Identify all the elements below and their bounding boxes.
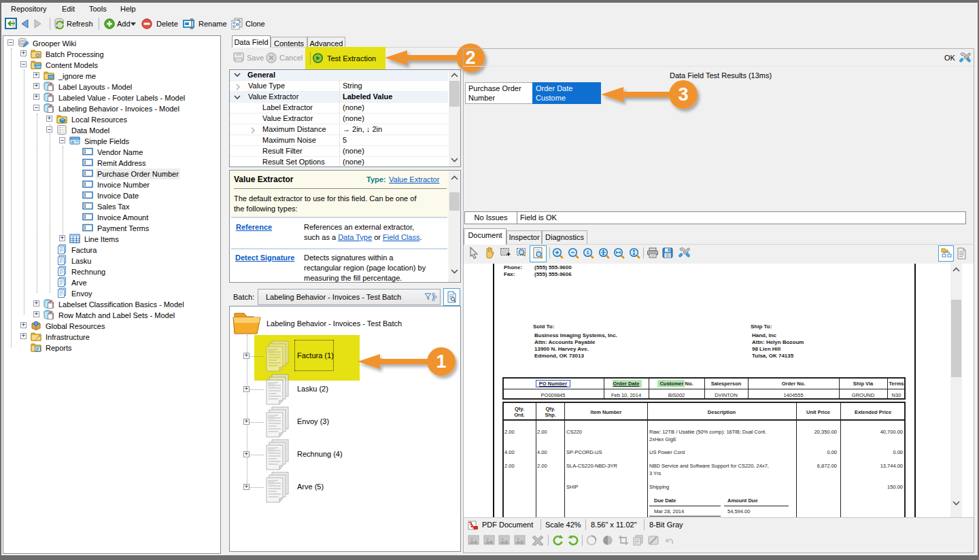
svg-text:1: 1 — [436, 351, 446, 372]
svg-text:3: 3 — [678, 84, 688, 105]
svg-text:1: 1 — [586, 249, 589, 256]
